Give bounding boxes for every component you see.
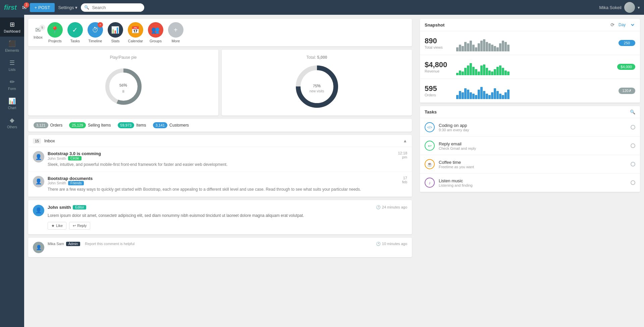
msg-time-2: 17 feb xyxy=(390,176,407,184)
toolbar-item-label: Calendar xyxy=(128,39,143,43)
toolbar-item-label: Stats xyxy=(111,39,119,43)
sidebar-item-lists[interactable]: ☰ Lists xyxy=(0,56,24,75)
inbox-count-badge: 15 xyxy=(33,138,41,144)
notification-badge: 3 xyxy=(24,2,29,8)
task-check-4[interactable] xyxy=(631,180,635,185)
collapse-icon[interactable]: ▲ xyxy=(403,138,407,143)
snap-badge-views: 250 xyxy=(619,40,635,46)
comment-actions: ★ Like ↩ Reply xyxy=(48,222,407,230)
reply-time: 🕐 10 minutes ago xyxy=(376,242,407,246)
chart-icon: 📊 xyxy=(8,97,16,105)
task-sub-1: 9:30 am every day xyxy=(439,128,627,132)
donut-chart-1: 56% ⏸ xyxy=(103,66,144,107)
search-icon: 🔍 xyxy=(84,5,89,10)
orders-label: Orders xyxy=(50,123,63,128)
snap-chart-views xyxy=(456,35,614,51)
task-sub-3: Freetime as you want xyxy=(439,165,627,169)
pie1-suffix: % xyxy=(123,83,127,88)
customers-badge: 3,141 xyxy=(153,122,168,128)
snap-orders-val: 595 xyxy=(425,84,451,93)
stat-items: 59,973 Items xyxy=(118,122,146,128)
inbox-header-title: Inbox xyxy=(44,138,55,143)
avatar[interactable] xyxy=(624,2,635,13)
toolbar-item-more[interactable]: + More xyxy=(168,22,183,43)
toolbar-item-projects[interactable]: 📍 Projects xyxy=(47,22,63,43)
snap-stat-orders: 595 Orders xyxy=(425,84,451,97)
task-check-1[interactable] xyxy=(631,125,635,130)
msg-body-1: Bootstrap 3.0 is comming John Smith Circ… xyxy=(48,151,407,168)
toolbar: ✉ 5 Inbox 📍 Projects ✓ Tasks ⏱ + Timelin… xyxy=(28,19,412,46)
toolbar-item-timeline[interactable]: ⏱ + Timeline xyxy=(88,22,103,43)
task-reply-icon: ↩ xyxy=(425,141,435,151)
msg-body-2: Bootstrap documents John Smith Friends 1… xyxy=(48,176,407,192)
comment-tag: Editor xyxy=(73,205,86,209)
sidebar-item-form[interactable]: ✏ Form xyxy=(0,75,24,94)
user-icon-1: 👤 xyxy=(35,154,42,160)
donut-label-2: 75% new visits xyxy=(310,81,324,93)
task-coffee-icon: ☕ xyxy=(425,159,435,169)
top-nav: first ✉ 3 + POST Settings ▾ 🔍 Mika Sokei… xyxy=(0,0,644,15)
pie1-value: 56 xyxy=(119,83,123,87)
pause-icon: ⏸ xyxy=(119,89,127,93)
tasks-header: Tasks 🔍 xyxy=(420,106,640,118)
groups-icon: 👥 xyxy=(148,22,163,38)
notification-button[interactable]: ✉ 3 xyxy=(22,4,26,11)
settings-button[interactable]: Settings ▾ xyxy=(58,5,77,10)
task-check-3[interactable] xyxy=(631,162,635,167)
snap-revenue-label: Revenue xyxy=(425,69,451,73)
day-select[interactable]: Day Week Month xyxy=(617,22,635,28)
others-icon: ◆ xyxy=(10,116,14,124)
task-check-2[interactable] xyxy=(631,143,635,148)
toolbar-item-label: Inbox xyxy=(34,35,43,39)
brand-logo: first xyxy=(4,4,17,11)
stat-selling: 25,129 Selling Items xyxy=(69,122,111,128)
search-tasks-icon[interactable]: 🔍 xyxy=(630,109,635,114)
message-item-2[interactable]: 👤 Bootstrap documents John Smith Friends xyxy=(28,172,412,197)
post-button[interactable]: + POST xyxy=(30,3,55,12)
refresh-icon[interactable]: ⟳ xyxy=(610,22,614,28)
task-row-2: ↩ Reply email Check Gmail and reply xyxy=(420,137,640,155)
donut-chart-2: 75% new visits xyxy=(293,63,340,110)
reply-text: Report this comment is helpful xyxy=(85,242,135,246)
message-item-1[interactable]: 👤 Bootstrap 3.0 is comming John Smith Ci… xyxy=(28,147,412,172)
sidebar-item-elements[interactable]: ⬛ Elements xyxy=(0,37,24,56)
sidebar-item-label: Form xyxy=(8,87,16,91)
search-wrap: 🔍 xyxy=(81,3,144,12)
task-title-1: Coding on app xyxy=(439,123,627,128)
chevron-down-icon[interactable]: ▾ xyxy=(638,5,640,10)
right-panel: Snapshot ⟳ Day Week Month 890 Total view… xyxy=(416,15,644,327)
stat-orders: 3,121 Orders xyxy=(34,122,62,128)
task-title-3: Coffee time xyxy=(439,160,627,165)
pie1-title: Play/Pause pie xyxy=(34,55,213,60)
pie2-container: 75% new visits xyxy=(227,63,407,110)
toolbar-item-calendar[interactable]: 📅 Calendar xyxy=(128,22,143,43)
task-body-4: Listen music Listening and finding xyxy=(439,178,627,187)
sidebar-item-label: Lists xyxy=(9,68,16,72)
inbox-count-badge: 5 xyxy=(39,25,45,31)
toolbar-item-inbox[interactable]: ✉ 5 Inbox xyxy=(34,26,43,39)
toolbar-item-groups[interactable]: 👥 Groups xyxy=(148,22,163,43)
reply-icon: ↩ xyxy=(73,224,76,228)
comment-card: 👤 John smith Editor 🕐 24 minutes ago Lor… xyxy=(28,200,412,234)
like-button[interactable]: ★ Like xyxy=(48,222,66,230)
sidebar-item-chart[interactable]: 📊 Chart xyxy=(0,94,24,113)
snapshot-title: Snapshot xyxy=(425,22,444,28)
inbox-header: 15 Inbox ▲ xyxy=(28,135,412,147)
comment-body: John smith Editor 🕐 24 minutes ago Lorem… xyxy=(48,205,407,230)
stats-icon: 📊 xyxy=(108,22,123,38)
msg-time-1: 12:18 pm xyxy=(390,151,407,159)
toolbar-item-tasks[interactable]: ✓ Tasks xyxy=(67,22,83,43)
items-badge: 59,973 xyxy=(118,122,135,128)
snap-stat-views: 890 Total views xyxy=(425,37,451,49)
orders-badge: 3,121 xyxy=(34,122,48,128)
sidebar-item-others[interactable]: ◆ Others xyxy=(0,113,24,132)
reply-button[interactable]: ↩ Reply xyxy=(69,222,90,230)
task-sub-2: Check Gmail and reply xyxy=(439,146,627,150)
search-input[interactable] xyxy=(91,3,141,12)
toolbar-item-stats[interactable]: 📊 Stats xyxy=(108,22,123,43)
lists-icon: ☰ xyxy=(9,59,15,66)
snap-views-label: Total views xyxy=(425,45,451,49)
toolbar-badge: + xyxy=(98,22,103,28)
sidebar-item-dashboard[interactable]: ⊞ Dashboard xyxy=(0,17,24,37)
task-row-4: ♪ Listen music Listening and finding xyxy=(420,174,640,192)
